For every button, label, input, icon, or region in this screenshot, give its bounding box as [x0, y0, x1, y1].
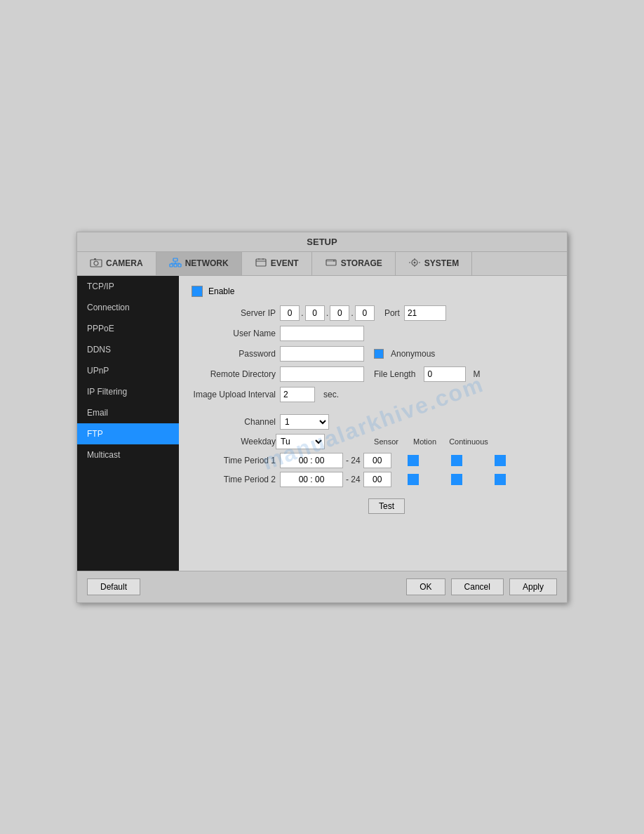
dialog-title: SETUP	[77, 232, 567, 252]
password-row: Password Anonymous	[192, 346, 554, 362]
weekday-select[interactable]: Tu Mo We	[276, 434, 325, 449]
motion-col-header: Motion	[405, 437, 444, 446]
sidebar-item-tcpip[interactable]: TCP/IP	[77, 276, 179, 297]
channel-label: Channel	[192, 417, 276, 427]
default-button[interactable]: Default	[87, 578, 140, 595]
tab-storage-label: STORAGE	[341, 258, 382, 268]
remote-dir-row: Remote Directory File Length M	[192, 366, 554, 382]
tab-camera-label: CAMERA	[106, 258, 143, 268]
svg-rect-12	[256, 259, 266, 266]
svg-rect-5	[174, 264, 177, 267]
time-period2-motion-cb[interactable]	[451, 474, 462, 485]
ip-octet-3[interactable]	[330, 305, 349, 321]
setup-dialog: SETUP CAMERA	[76, 232, 568, 603]
username-label: User Name	[192, 329, 276, 338]
time-period2-start[interactable]	[280, 472, 343, 487]
weekday-label: Weekday	[192, 437, 276, 446]
sidebar-item-ipfiltering[interactable]: IP Filtering	[77, 381, 179, 402]
time-period1-start[interactable]	[280, 453, 343, 468]
sidebar-item-upnp[interactable]: UPnP	[77, 360, 179, 381]
time-period2-row: Time Period 2 - 24	[192, 472, 554, 487]
upload-interval-label: Image Upload Interval	[192, 390, 276, 399]
svg-rect-2	[94, 258, 96, 260]
remote-dir-input[interactable]	[280, 366, 364, 382]
sidebar-item-ddns[interactable]: DDNS	[77, 339, 179, 360]
time-period2-end[interactable]	[363, 472, 391, 487]
upload-interval-input[interactable]	[280, 387, 315, 402]
file-length-input[interactable]	[424, 366, 466, 382]
event-icon	[255, 258, 267, 270]
enable-row: Enable	[192, 286, 554, 297]
time-period2-sensor-cb[interactable]	[408, 474, 419, 485]
time-period1-sensor-cb[interactable]	[408, 455, 419, 466]
time-period1-row: Time Period 1 - 24	[192, 453, 554, 468]
port-label: Port	[384, 308, 400, 318]
apply-button[interactable]: Apply	[509, 578, 557, 595]
svg-point-20	[413, 261, 415, 263]
ip-octet-2[interactable]	[305, 305, 325, 321]
svg-rect-6	[178, 264, 181, 267]
svg-rect-4	[170, 264, 173, 267]
time-period1-motion-cb[interactable]	[451, 455, 462, 466]
username-input[interactable]	[280, 326, 364, 341]
page-wrapper: SETUP CAMERA	[0, 0, 644, 834]
tab-event-label: EVENT	[271, 258, 299, 268]
storage-icon	[325, 258, 337, 270]
ip-group: . . .	[280, 305, 375, 321]
tab-system-label: SYSTEM	[424, 258, 459, 268]
sidebar-item-pppoe[interactable]: PPPoE	[77, 318, 179, 339]
sidebar-item-email[interactable]: Email	[77, 402, 179, 423]
anonymous-label: Anonymous	[391, 349, 435, 359]
camera-icon	[90, 258, 102, 270]
time-period1-label: Time Period 1	[192, 456, 276, 465]
m-label: M	[473, 369, 480, 379]
channel-select[interactable]: 1 2	[280, 414, 329, 430]
footer: Default OK Cancel Apply	[77, 571, 567, 602]
sidebar: TCP/IP Connection PPPoE DDNS UPnP IP Fil…	[77, 276, 179, 571]
tab-bar: CAMERA NETWORK	[77, 252, 567, 276]
tab-network-label: NETWORK	[185, 258, 229, 268]
file-length-label: File Length	[374, 369, 415, 379]
time-period2-continuous-cb[interactable]	[495, 474, 506, 485]
port-input[interactable]	[404, 305, 446, 321]
ok-button[interactable]: OK	[406, 578, 445, 595]
sidebar-item-ftp[interactable]: FTP	[77, 423, 179, 444]
sidebar-item-multicast[interactable]: Multicast	[77, 444, 179, 465]
enable-label: Enable	[208, 286, 234, 296]
sidebar-item-connection[interactable]: Connection	[77, 297, 179, 318]
svg-rect-3	[173, 258, 177, 261]
ip-octet-4[interactable]	[355, 305, 375, 321]
anonymous-checkbox[interactable]	[374, 349, 384, 359]
svg-point-18	[333, 260, 335, 261]
server-ip-label: Server IP	[192, 308, 276, 318]
tab-storage[interactable]: STORAGE	[312, 252, 396, 275]
system-icon	[408, 258, 421, 270]
tab-system[interactable]: SYSTEM	[396, 252, 472, 275]
main-panel: manualarkhive.com Enable Server IP . .	[179, 276, 567, 571]
username-row: User Name	[192, 326, 554, 341]
time-period2-label: Time Period 2	[192, 475, 276, 484]
footer-right: OK Cancel Apply	[406, 578, 557, 595]
upload-interval-row: Image Upload Interval sec.	[192, 387, 554, 402]
tab-camera[interactable]: CAMERA	[77, 252, 156, 275]
time-period1-end[interactable]	[363, 453, 391, 468]
password-label: Password	[192, 349, 276, 359]
cancel-button[interactable]: Cancel	[451, 578, 504, 595]
sec-label: sec.	[323, 390, 339, 399]
sensor-col-header: Sensor	[367, 437, 405, 446]
network-icon	[169, 258, 182, 270]
remote-dir-label: Remote Directory	[192, 369, 276, 379]
channel-row: Channel 1 2	[192, 414, 554, 430]
test-button[interactable]: Test	[368, 498, 405, 514]
enable-checkbox[interactable]	[192, 286, 203, 297]
ip-octet-1[interactable]	[280, 305, 300, 321]
svg-point-1	[94, 261, 98, 265]
tab-network[interactable]: NETWORK	[156, 252, 242, 275]
tab-event[interactable]: EVENT	[242, 252, 312, 275]
continuous-col-header: Continuous	[444, 437, 493, 446]
content-area: TCP/IP Connection PPPoE DDNS UPnP IP Fil…	[77, 276, 567, 571]
time-period1-continuous-cb[interactable]	[495, 455, 506, 466]
password-input[interactable]	[280, 346, 364, 362]
server-ip-row: Server IP . . . Port	[192, 305, 554, 321]
